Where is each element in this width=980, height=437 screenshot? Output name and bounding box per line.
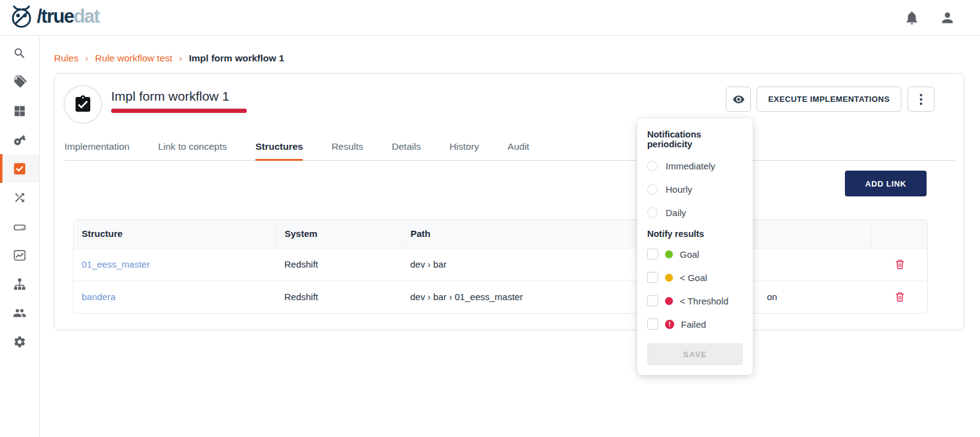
tab-details[interactable]: Details	[392, 136, 421, 161]
check-option-goal[interactable]: Goal	[647, 242, 743, 266]
title-underline-bar	[111, 109, 247, 113]
checkbox-icon[interactable]	[647, 295, 658, 306]
checkbox-icon[interactable]	[647, 249, 658, 260]
structures-table: Structure System Path 01_eess_master Red…	[73, 219, 928, 314]
save-button[interactable]: SAVE	[647, 343, 743, 365]
search-icon	[13, 47, 26, 60]
hidden-column-cell	[746, 248, 871, 280]
table-row: 01_eess_master Redshift dev › bar	[74, 248, 928, 280]
delete-structure-button[interactable]	[894, 258, 906, 270]
more-options-button[interactable]	[908, 87, 935, 112]
radio-option-hourly[interactable]: Hourly	[647, 177, 743, 201]
check-label: < Goal	[680, 273, 707, 283]
check-option-lt-goal[interactable]: < Goal	[647, 266, 743, 289]
users-icon	[13, 306, 26, 320]
radio-icon[interactable]	[647, 161, 658, 171]
sidebar-item-quality-rules[interactable]	[0, 154, 39, 183]
sidebar-item-lineage[interactable]	[0, 183, 39, 212]
radio-option-daily[interactable]: Daily	[647, 201, 743, 224]
breadcrumb-current: Impl form workflow 1	[189, 53, 284, 64]
radio-icon[interactable]	[647, 184, 658, 195]
chart-line-icon	[13, 249, 26, 262]
check-square-icon	[13, 162, 26, 176]
page-title: Impl form workflow 1	[111, 89, 230, 104]
sidebar-item-systems[interactable]	[0, 212, 39, 241]
user-icon[interactable]	[939, 10, 955, 26]
goal-status-dot-icon	[665, 250, 673, 258]
sidebar-item-search[interactable]	[0, 39, 39, 68]
radio-option-immediately[interactable]: Immediately	[647, 154, 743, 177]
system-cell: Redshift	[276, 280, 402, 313]
tab-bar: Implementation Link to concepts Structur…	[64, 136, 955, 161]
sidebar-item-taxonomy[interactable]	[0, 269, 39, 298]
failed-exclamation-icon: !	[665, 320, 674, 329]
brand-text: /truedat	[37, 6, 99, 28]
sidebar-item-groups[interactable]	[0, 298, 39, 327]
gear-icon	[13, 335, 26, 349]
kebab-dot	[920, 94, 922, 96]
top-bar: /truedat	[0, 0, 980, 36]
grid-icon	[13, 104, 26, 118]
breadcrumb-rules[interactable]: Rules	[54, 53, 79, 64]
column-header-structure: Structure	[74, 220, 276, 248]
tab-implementation[interactable]: Implementation	[64, 136, 130, 161]
sidebar-item-dashboards[interactable]	[0, 241, 39, 269]
entity-avatar	[63, 85, 103, 124]
radio-label: Daily	[666, 207, 686, 218]
radio-label: Immediately	[666, 161, 715, 171]
radio-label: Hourly	[666, 184, 692, 195]
sidebar-item-settings[interactable]	[0, 327, 39, 356]
notify-results-title: Notify results	[647, 229, 743, 239]
bell-icon[interactable]	[904, 10, 920, 26]
kebab-dot	[920, 102, 922, 105]
structure-link[interactable]: 01_eess_master	[82, 259, 150, 269]
check-label: Failed	[681, 319, 706, 330]
tab-history[interactable]: History	[449, 136, 479, 161]
clipboard-check-icon	[73, 95, 93, 114]
tab-link-to-concepts[interactable]: Link to concepts	[158, 136, 227, 161]
breadcrumb-rule-workflow-test[interactable]: Rule workflow test	[95, 53, 173, 64]
check-option-failed[interactable]: ! Failed	[647, 312, 743, 336]
checkbox-icon[interactable]	[647, 272, 658, 283]
hard-drive-icon	[13, 220, 26, 233]
table-row: bandera Redshift dev › bar › 01_eess_mas…	[74, 280, 928, 313]
execute-implementations-button[interactable]: EXECUTE IMPLEMENTATIONS	[756, 87, 901, 112]
key-icon	[13, 133, 26, 147]
hidden-column-cell: on	[746, 280, 871, 313]
check-option-lt-threshold[interactable]: < Threshold	[647, 289, 743, 312]
column-header-system: System	[276, 220, 402, 248]
table-header-row: Structure System Path	[74, 220, 928, 248]
kebab-dot	[920, 98, 922, 101]
sidebar-item-catalog[interactable]	[0, 96, 39, 125]
add-link-button[interactable]: ADD LINK	[845, 171, 927, 196]
breadcrumb: Rules › Rule workflow test › Impl form w…	[54, 53, 284, 64]
column-header-hidden	[746, 220, 871, 248]
check-label: < Threshold	[680, 296, 728, 306]
structure-link[interactable]: bandera	[82, 292, 115, 302]
breadcrumb-separator: ›	[179, 53, 182, 64]
sitemap-icon	[13, 277, 26, 291]
preview-eye-button[interactable]	[726, 87, 751, 112]
lt-threshold-status-dot-icon	[665, 297, 673, 305]
tab-structures[interactable]: Structures	[255, 136, 303, 161]
checkbox-icon[interactable]	[647, 319, 658, 330]
delete-structure-button[interactable]	[894, 291, 906, 303]
periodicity-title: Notifications periodicity	[647, 130, 743, 149]
shuffle-icon	[13, 191, 26, 204]
system-cell: Redshift	[276, 248, 402, 280]
tab-audit[interactable]: Audit	[508, 136, 529, 161]
column-header-actions	[871, 220, 928, 248]
lt-goal-status-dot-icon	[665, 274, 673, 282]
tab-results[interactable]: Results	[332, 136, 364, 161]
implementation-card: Impl form workflow 1 EXECUTE IMPLEMENTAT…	[54, 73, 964, 330]
truedat-logo[interactable]: /truedat	[9, 4, 99, 29]
sidebar	[0, 36, 40, 437]
tags-icon	[13, 75, 26, 89]
sidebar-item-permissions[interactable]	[0, 125, 39, 154]
sidebar-item-glossary[interactable]	[0, 68, 39, 96]
radio-icon[interactable]	[647, 207, 658, 218]
trash-icon	[894, 291, 906, 303]
eye-icon	[733, 93, 745, 106]
trash-icon	[894, 258, 906, 270]
notifications-popup: Notifications periodicity Immediately Ho…	[637, 118, 753, 375]
